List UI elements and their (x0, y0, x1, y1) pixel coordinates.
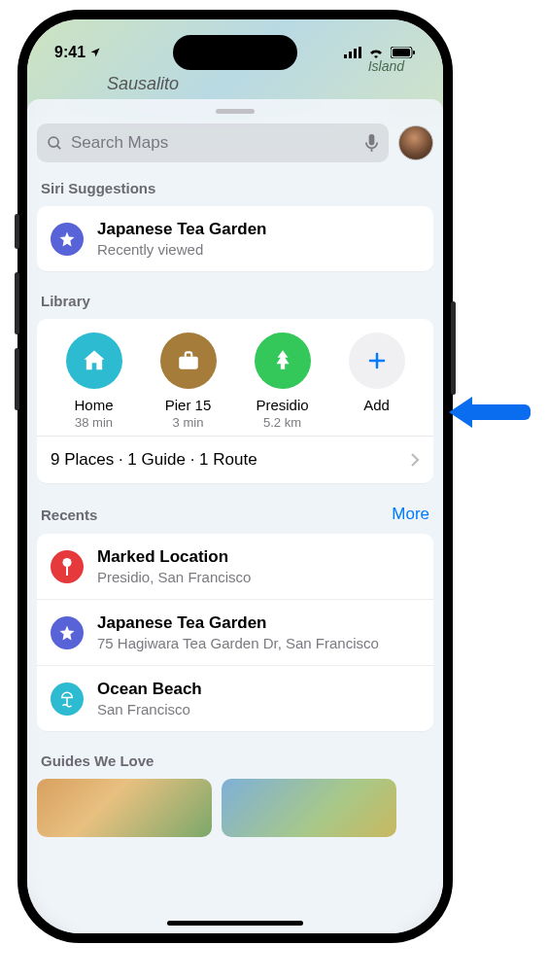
screen: Sausalito Island 9:41 (27, 19, 443, 933)
map-label-sausalito: Sausalito (107, 74, 179, 94)
recents-row[interactable]: Japanese Tea Garden 75 Hagiwara Tea Gard… (37, 600, 433, 666)
siri-suggestions-header: Siri Suggestions (41, 180, 429, 196)
recents-subtitle: 75 Hagiwara Tea Garden Dr, San Francisco (97, 635, 379, 651)
home-indicator[interactable] (167, 921, 303, 926)
library-item-sub: 5.2 km (263, 415, 301, 430)
search-input[interactable] (71, 133, 357, 153)
siri-suggestion-subtitle: Recently viewed (97, 241, 267, 258)
side-button (451, 301, 456, 395)
recents-subtitle: Presidio, San Francisco (97, 569, 251, 585)
library-item-label: Presidio (256, 397, 308, 413)
svg-rect-6 (413, 51, 415, 54)
svg-point-14 (62, 557, 71, 566)
callout-arrow-icon (449, 397, 531, 428)
library-card: Home 38 min Pier 15 3 min (37, 319, 433, 483)
recents-card: Marked Location Presidio, San Francisco … (37, 534, 433, 731)
library-item-home[interactable]: Home 38 min (47, 332, 141, 430)
library-item-add[interactable]: Add (329, 332, 424, 430)
library-item-sub: 3 min (173, 415, 204, 430)
svg-rect-9 (369, 134, 375, 145)
cellular-icon (344, 47, 361, 58)
svg-rect-3 (359, 47, 361, 58)
recents-row[interactable]: Ocean Beach San Francisco (37, 666, 433, 731)
recents-title: Marked Location (97, 547, 251, 567)
tree-icon (255, 332, 311, 389)
phone-frame: Sausalito Island 9:41 (17, 10, 453, 943)
bottom-sheet[interactable]: Siri Suggestions Japanese Tea Garden Rec… (27, 99, 443, 933)
recents-subtitle: San Francisco (97, 701, 202, 718)
guide-card[interactable] (37, 779, 212, 837)
briefcase-icon (160, 332, 217, 389)
recents-title: Ocean Beach (97, 680, 202, 699)
library-item-sub: 38 min (75, 415, 113, 430)
avatar[interactable] (398, 125, 433, 160)
library-item-presidio[interactable]: Presidio 5.2 km (235, 332, 329, 430)
library-item-label: Pier 15 (165, 397, 212, 413)
star-icon (51, 616, 84, 649)
recents-row[interactable]: Marked Location Presidio, San Francisco (37, 534, 433, 600)
battery-icon (391, 47, 416, 58)
volume-up (15, 272, 19, 334)
mute-switch (15, 214, 19, 249)
chevron-right-icon (410, 452, 420, 468)
search-field[interactable] (37, 123, 389, 162)
guides-row[interactable] (37, 779, 433, 837)
star-icon (51, 223, 84, 256)
library-header: Library (41, 293, 429, 309)
recents-header: Recents (41, 507, 97, 523)
svg-rect-0 (344, 54, 347, 58)
svg-point-7 (49, 137, 58, 147)
library-item-pier15[interactable]: Pier 15 3 min (141, 332, 235, 430)
svg-rect-2 (354, 49, 357, 58)
svg-line-8 (57, 145, 61, 149)
volume-down (15, 348, 19, 410)
status-time: 9:41 (54, 44, 86, 61)
svg-rect-5 (393, 49, 410, 56)
dynamic-island (173, 35, 297, 70)
library-summary-row[interactable]: 9 Places · 1 Guide · 1 Route (37, 436, 433, 483)
library-item-label: Home (74, 397, 113, 413)
search-icon (47, 135, 63, 152)
beach-icon (51, 682, 84, 716)
wifi-icon (367, 47, 385, 58)
location-arrow-icon (89, 47, 101, 58)
svg-rect-11 (179, 357, 198, 369)
library-item-label: Add (363, 397, 390, 413)
sheet-grabber[interactable] (216, 109, 255, 114)
plus-icon (349, 332, 405, 389)
svg-rect-1 (349, 52, 352, 58)
recents-more-link[interactable]: More (392, 505, 429, 524)
guides-header: Guides We Love (41, 752, 429, 769)
pin-icon (51, 550, 84, 583)
siri-suggestion-title: Japanese Tea Garden (97, 220, 267, 239)
library-summary-text: 9 Places · 1 Guide · 1 Route (51, 450, 257, 470)
recents-title: Japanese Tea Garden (97, 613, 379, 633)
microphone-icon[interactable] (364, 134, 379, 153)
guide-card[interactable] (222, 779, 396, 837)
siri-suggestion-card[interactable]: Japanese Tea Garden Recently viewed (37, 206, 433, 271)
home-icon (66, 332, 122, 389)
